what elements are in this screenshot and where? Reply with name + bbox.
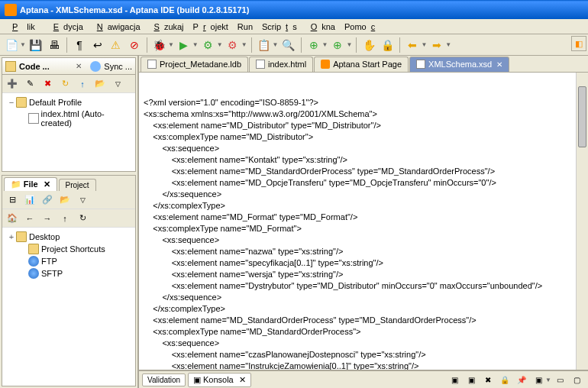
folder-icon	[16, 97, 27, 108]
error-button[interactable]: ⊘	[126, 37, 143, 53]
warning-button[interactable]: ⚠	[108, 37, 124, 53]
console-btn1[interactable]: ▣	[446, 371, 463, 388]
main-toolbar: 📄▼ 💾 🖶 ¶ ↩ ⚠ ⊘ 🐞▼ ▶▼ ⚙▼ ⚙▼ 📋▼ 🔍 ⊕▼ ⊕▼ ✋ …	[0, 34, 588, 56]
debug-button[interactable]: 🐞	[151, 37, 168, 53]
editor-area: Project_Metadane.ldb index.html Aptana S…	[139, 56, 588, 388]
sync-panel-title[interactable]: Sync ...	[104, 62, 132, 71]
console-lock-icon[interactable]: 🔒	[496, 371, 513, 388]
nav-fwd-icon[interactable]: →	[39, 210, 56, 227]
nav-up-icon[interactable]: ↑	[57, 210, 73, 227]
menu-szukaj[interactable]: Szukaj	[145, 21, 189, 33]
menu-plik[interactable]: Plik	[3, 21, 44, 33]
menu-pomoc[interactable]: Pomoc	[340, 21, 384, 33]
code-panel-header: Code ... ✕ Sync ...	[2, 58, 135, 75]
profile-open-icon[interactable]: 📂	[92, 76, 108, 92]
menu-projekt[interactable]: Projekt	[189, 21, 233, 33]
profile-refresh-icon[interactable]: ↻	[57, 76, 73, 92]
tree-sftp[interactable]: SFTP	[5, 267, 132, 280]
print-button[interactable]: 🖶	[46, 37, 63, 53]
nav-refresh-icon[interactable]: ↻	[74, 210, 91, 227]
console-btn2[interactable]: ▣	[463, 371, 480, 388]
hand-button[interactable]: ✋	[360, 37, 377, 53]
forward-button[interactable]: ➡	[428, 37, 445, 53]
perspective-switcher[interactable]: ◧	[571, 36, 586, 51]
run-button[interactable]: ▶	[176, 37, 192, 53]
profile-add-icon[interactable]: ➕	[4, 76, 21, 92]
globe-icon	[28, 256, 39, 267]
code-editor[interactable]: <?xml version="1.0" encoding="ISO-8859-1…	[139, 73, 588, 370]
menu-okna[interactable]: Okna	[302, 21, 340, 33]
tab-start-page[interactable]: Aptana Start Page	[314, 57, 409, 72]
vertical-scrollbar[interactable]	[576, 73, 588, 370]
tree-label: Default Profile	[29, 98, 82, 107]
expand-icon[interactable]: −	[7, 98, 16, 107]
back-button[interactable]: ⬅	[404, 37, 421, 53]
console-open-icon[interactable]: ▣	[530, 371, 547, 388]
file-panel-body: + Desktop Project Shortcuts FTP SFTP	[2, 228, 135, 386]
tree-ftp[interactable]: FTP	[5, 255, 132, 267]
nav1-button[interactable]: ⊕	[305, 37, 322, 53]
new-button[interactable]: 📄	[3, 37, 20, 53]
pilcrow-button[interactable]: ¶	[71, 37, 88, 53]
tree-index-html[interactable]: index.html (Auto-created)	[5, 108, 132, 128]
profile-up-icon[interactable]: ↑	[74, 76, 91, 92]
save-button[interactable]: 💾	[27, 37, 44, 53]
console-pin-icon[interactable]: 📌	[513, 371, 530, 388]
code-panel-body: − Default Profile index.html (Auto-creat…	[2, 93, 135, 171]
tab-close-icon[interactable]: ✕	[496, 60, 502, 69]
tab-index-html[interactable]: index.html	[249, 57, 313, 72]
expand-icon[interactable]: +	[7, 232, 16, 241]
tab-xmlschema[interactable]: XMLSchema.xsd ✕	[409, 57, 509, 72]
new-wiz-button[interactable]: 📋	[256, 37, 273, 53]
file-tab[interactable]: 📁 File ✕	[4, 177, 57, 191]
menu-run[interactable]: Run	[233, 21, 257, 33]
file-menu-icon[interactable]: ▽	[74, 192, 91, 209]
code-panel-title[interactable]: Code ...	[19, 62, 72, 71]
profile-button[interactable]: ⚙	[200, 37, 217, 53]
file-icon	[147, 60, 157, 69]
ext-tools-button[interactable]: ⚙	[225, 37, 241, 53]
nav-back-icon[interactable]: ←	[21, 210, 38, 227]
code-panel-close[interactable]: ✕	[73, 61, 84, 72]
search-button[interactable]: 🔍	[280, 37, 297, 53]
lock-button[interactable]: 🔒	[379, 37, 396, 53]
console-max-icon[interactable]: ▢	[568, 371, 585, 388]
validation-tab[interactable]: Validation	[142, 373, 186, 386]
tree-label: index.html (Auto-created)	[41, 109, 132, 128]
console-icon: ▣	[193, 375, 201, 384]
profile-del-icon[interactable]: ✖	[39, 76, 56, 92]
file-link-icon[interactable]: 🔗	[39, 192, 56, 209]
file-panel-toolbar: ⊟ 📊 🔗 📂 ▽	[2, 191, 135, 209]
tree-shortcuts[interactable]: Project Shortcuts	[5, 243, 132, 255]
menu-scripts[interactable]: Scripts	[257, 21, 302, 33]
wrap-button[interactable]: ↩	[89, 37, 106, 53]
folder-icon	[28, 244, 39, 254]
menu-edycja[interactable]: Edycja	[44, 21, 88, 33]
file-project-panel: 📁 File ✕ Project ⊟ 📊 🔗 📂 ▽ 🏠 ← → ↑ ↻	[2, 175, 136, 386]
tree-desktop[interactable]: + Desktop	[5, 231, 132, 243]
project-tab[interactable]: Project	[59, 179, 96, 191]
profile-menu-icon[interactable]: ▽	[109, 76, 126, 92]
file-open-icon[interactable]: 📂	[57, 192, 73, 209]
file-collapse-icon[interactable]: ⊟	[4, 192, 21, 209]
console-clear-icon[interactable]: ✖	[480, 371, 496, 388]
menu-nawigacja[interactable]: Nawigacja	[88, 21, 145, 33]
tree-label: Desktop	[29, 232, 60, 241]
konsola-close[interactable]: ✕	[239, 375, 246, 384]
file-tab-close[interactable]: ✕	[44, 179, 50, 189]
tab-project-metadane[interactable]: Project_Metadane.ldb	[141, 57, 248, 72]
tree-default-profile[interactable]: − Default Profile	[5, 96, 132, 108]
tree-label: SFTP	[41, 269, 63, 278]
aptana-icon	[321, 60, 330, 69]
home-icon[interactable]: 🏠	[4, 210, 21, 227]
doc-icon	[28, 113, 39, 124]
console-min-icon[interactable]: ▭	[551, 371, 568, 388]
titlebar: Aptana - XMLSchema.xsd - Aptana IDE (bui…	[0, 0, 588, 19]
editor-content[interactable]: <?xml version="1.0" encoding="ISO-8859-1…	[144, 97, 583, 370]
file-tree-icon[interactable]: 📊	[21, 192, 38, 209]
code-sync-panel: Code ... ✕ Sync ... ➕ ✎ ✖ ↻ ↑ 📂 ▽ − Defa…	[2, 57, 136, 172]
scroll-thumb[interactable]	[578, 86, 586, 147]
profile-edit-icon[interactable]: ✎	[21, 76, 38, 92]
nav2-button[interactable]: ⊕	[329, 37, 346, 53]
konsola-tab[interactable]: ▣ Konsola ✕	[188, 373, 250, 387]
